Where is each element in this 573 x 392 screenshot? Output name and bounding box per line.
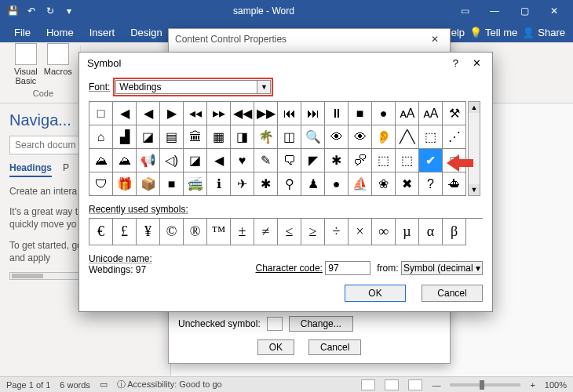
scroll-down-icon[interactable]: ▼ <box>469 184 480 195</box>
recent-symbol-cell[interactable]: β <box>443 219 466 245</box>
symbol-cell[interactable]: □ <box>89 102 113 125</box>
symbol-cell[interactable]: ⏮ <box>278 102 301 125</box>
zoom-in-icon[interactable]: + <box>530 380 535 390</box>
symbol-cell[interactable]: ◨ <box>231 125 254 149</box>
recent-symbol-cell[interactable]: ¥ <box>137 219 160 245</box>
recent-symbol-cell[interactable]: ® <box>184 219 207 245</box>
zoom-out-icon[interactable]: — <box>432 380 440 390</box>
symbol-grid-scrollbar[interactable]: ▲ ▼ <box>468 101 480 196</box>
recent-symbol-cell[interactable]: ≥ <box>301 219 325 245</box>
symbol-cell[interactable]: ? <box>419 172 443 196</box>
symbol-cancel-button[interactable]: Cancel <box>422 285 483 302</box>
symbol-cell[interactable]: ✱ <box>325 149 349 172</box>
symbol-cell[interactable]: 📦 <box>137 172 160 196</box>
symbol-cell[interactable]: ♟ <box>301 172 325 196</box>
status-words[interactable]: 6 words <box>60 380 90 390</box>
symbol-cell[interactable]: ⛴ <box>443 172 466 196</box>
redo-icon[interactable]: ↻ <box>42 3 58 19</box>
zoom-level[interactable]: 100% <box>545 380 567 390</box>
scroll-up-icon[interactable]: ▲ <box>469 102 480 113</box>
ribbon-options-icon[interactable]: ▭ <box>451 1 479 21</box>
nav-tab-headings[interactable]: Headings <box>9 162 52 177</box>
symbol-grid[interactable]: □◀◀▶◂◂▸▸◀◀▶▶⏮⏭⏸■●ᴀAᴀA⚒⌂▟◪▤🏛▦◨🌴◫🔍👁👁👂╱╲⬚⋰⛰… <box>89 101 466 196</box>
ccp-ok-button[interactable]: OK <box>257 339 294 355</box>
symbol-cell[interactable]: ■ <box>160 172 184 196</box>
symbol-cell[interactable]: ◂◂ <box>184 102 207 125</box>
view-print-layout-icon[interactable] <box>385 379 399 390</box>
view-read-mode-icon[interactable] <box>361 379 375 390</box>
symbol-cell[interactable]: ✎ <box>254 149 278 172</box>
symbol-cell[interactable]: ⛵ <box>349 172 372 196</box>
symbol-cell[interactable]: 🌴 <box>254 125 278 149</box>
macros-button[interactable]: Macros <box>44 43 72 85</box>
visual-basic-button[interactable]: Visual Basic <box>14 43 38 85</box>
symbol-cell[interactable]: ◀ <box>137 102 160 125</box>
status-accessibility[interactable]: ⓘ Accessibility: Good to go <box>117 379 222 390</box>
symbol-cell[interactable]: 🏛 <box>184 125 207 149</box>
recent-symbol-cell[interactable]: ± <box>231 219 254 245</box>
recent-symbol-cell[interactable]: ≠ <box>254 219 278 245</box>
recent-symbol-cell[interactable]: © <box>160 219 184 245</box>
symbol-cell[interactable]: ◀ <box>207 149 231 172</box>
symbol-cell[interactable]: ▶ <box>160 102 184 125</box>
nav-tab-pages[interactable]: P <box>63 162 69 177</box>
symbol-cell[interactable]: ◀ <box>113 102 137 125</box>
view-web-layout-icon[interactable] <box>408 379 422 390</box>
share-button[interactable]: 👤 Share <box>522 27 565 38</box>
symbol-cell[interactable]: ✱ <box>254 172 278 196</box>
symbol-cell[interactable]: 🗨 <box>278 149 301 172</box>
symbol-cell[interactable]: ◫ <box>278 125 301 149</box>
recent-symbols-grid[interactable]: €£¥©®™±≠≤≥÷×∞µαβ <box>89 218 483 245</box>
symbol-cell[interactable]: ♥ <box>231 149 254 172</box>
recent-symbol-cell[interactable]: ™ <box>207 219 231 245</box>
symbol-cell[interactable]: ▶▶ <box>254 102 278 125</box>
symbol-cell[interactable]: 📢 <box>137 149 160 172</box>
symbol-cell[interactable]: ▟ <box>113 125 137 149</box>
undo-icon[interactable]: ↶ <box>24 3 39 19</box>
symbol-cell[interactable]: 🎁 <box>113 172 137 196</box>
tell-me[interactable]: 💡 Tell me <box>469 27 517 38</box>
symbol-cell[interactable]: ◁) <box>160 149 184 172</box>
symbol-cell[interactable]: □ <box>443 149 466 172</box>
tab-home[interactable]: Home <box>38 22 82 42</box>
symbol-cell[interactable]: 🔍 <box>301 125 325 149</box>
ccp-cancel-button[interactable]: Cancel <box>308 339 361 355</box>
symbol-cell[interactable]: ⬚ <box>419 125 443 149</box>
symbol-cell[interactable]: ▸▸ <box>207 102 231 125</box>
symbol-cell[interactable]: ⚒ <box>443 102 466 125</box>
symbol-cell[interactable]: ⌂ <box>89 125 113 149</box>
recent-symbol-cell[interactable]: ≤ <box>278 219 301 245</box>
symbol-cell[interactable]: ⏭ <box>301 102 325 125</box>
recent-symbol-cell[interactable]: ÷ <box>325 219 349 245</box>
symbol-cell[interactable]: ▤ <box>160 125 184 149</box>
symbol-cell[interactable]: ✔ <box>419 149 443 172</box>
symbol-cell[interactable]: ✖ <box>396 172 419 196</box>
symbol-cell[interactable]: ⋰ <box>443 125 466 149</box>
minimize-icon[interactable]: — <box>480 1 509 21</box>
symbol-cell[interactable]: ▦ <box>207 125 231 149</box>
symbol-cell[interactable]: ⬚ <box>372 149 396 172</box>
symbol-cell[interactable]: ⏸ <box>325 102 349 125</box>
symbol-cell[interactable]: ℹ <box>207 172 231 196</box>
symbol-cell[interactable]: ⛰ <box>89 149 113 172</box>
font-select-input[interactable] <box>115 80 257 94</box>
symbol-cell[interactable]: ◤ <box>301 149 325 172</box>
maximize-icon[interactable]: ▢ <box>510 1 538 21</box>
symbol-cell[interactable]: ✈ <box>231 172 254 196</box>
symbol-cell[interactable]: 🗪 <box>349 149 372 172</box>
close-icon[interactable]: ✕ <box>540 1 568 21</box>
symbol-dialog-header[interactable]: Symbol ? ✕ <box>79 53 492 73</box>
tab-insert[interactable]: Insert <box>82 22 123 42</box>
symbol-cell[interactable]: ╱╲ <box>396 125 419 149</box>
symbol-cell[interactable]: ⛰ <box>113 149 137 172</box>
tab-file[interactable]: File <box>6 22 38 42</box>
qat-dropdown-icon[interactable]: ▾ <box>61 3 77 19</box>
symbol-cell[interactable]: ᴀA <box>396 102 419 125</box>
recent-symbol-cell[interactable]: α <box>419 219 443 245</box>
font-select-dropdown-icon[interactable]: ▼ <box>257 80 271 94</box>
recent-symbol-cell[interactable]: € <box>89 219 113 245</box>
symbol-cell[interactable]: 🚎 <box>184 172 207 196</box>
status-lang-icon[interactable]: ▭ <box>100 379 108 390</box>
zoom-slider[interactable] <box>450 383 520 387</box>
ccp-close-icon[interactable]: ✕ <box>426 34 443 45</box>
